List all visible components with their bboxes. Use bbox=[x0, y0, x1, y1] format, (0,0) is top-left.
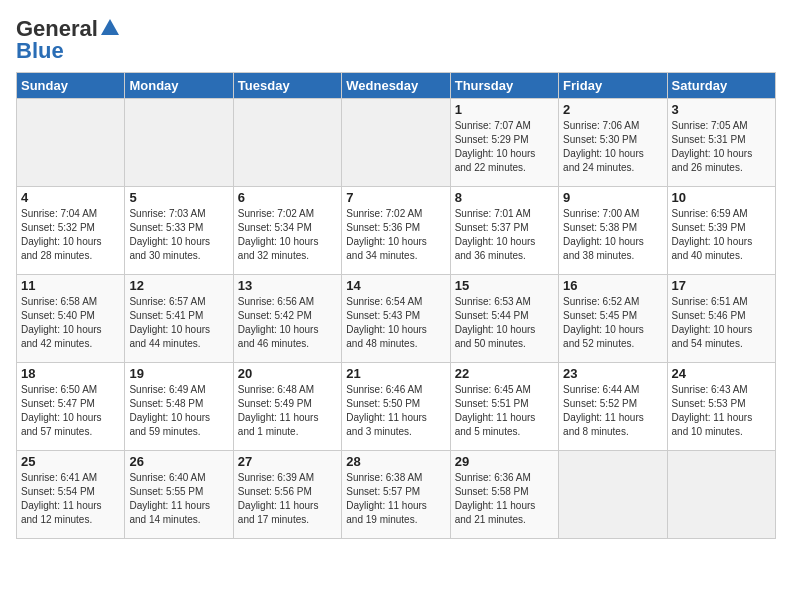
day-info: Sunrise: 6:51 AM Sunset: 5:46 PM Dayligh… bbox=[672, 295, 771, 351]
day-cell: 4Sunrise: 7:04 AM Sunset: 5:32 PM Daylig… bbox=[17, 187, 125, 275]
day-number: 13 bbox=[238, 278, 337, 293]
day-number: 29 bbox=[455, 454, 554, 469]
weekday-header-row: SundayMondayTuesdayWednesdayThursdayFrid… bbox=[17, 73, 776, 99]
day-number: 8 bbox=[455, 190, 554, 205]
day-number: 15 bbox=[455, 278, 554, 293]
day-info: Sunrise: 6:52 AM Sunset: 5:45 PM Dayligh… bbox=[563, 295, 662, 351]
day-cell: 18Sunrise: 6:50 AM Sunset: 5:47 PM Dayli… bbox=[17, 363, 125, 451]
day-cell bbox=[233, 99, 341, 187]
day-cell: 17Sunrise: 6:51 AM Sunset: 5:46 PM Dayli… bbox=[667, 275, 775, 363]
day-cell: 19Sunrise: 6:49 AM Sunset: 5:48 PM Dayli… bbox=[125, 363, 233, 451]
day-number: 5 bbox=[129, 190, 228, 205]
day-number: 10 bbox=[672, 190, 771, 205]
day-cell: 12Sunrise: 6:57 AM Sunset: 5:41 PM Dayli… bbox=[125, 275, 233, 363]
day-cell: 8Sunrise: 7:01 AM Sunset: 5:37 PM Daylig… bbox=[450, 187, 558, 275]
logo: General Blue bbox=[16, 16, 121, 64]
day-cell: 1Sunrise: 7:07 AM Sunset: 5:29 PM Daylig… bbox=[450, 99, 558, 187]
day-cell: 15Sunrise: 6:53 AM Sunset: 5:44 PM Dayli… bbox=[450, 275, 558, 363]
day-number: 16 bbox=[563, 278, 662, 293]
day-cell: 9Sunrise: 7:00 AM Sunset: 5:38 PM Daylig… bbox=[559, 187, 667, 275]
day-cell bbox=[17, 99, 125, 187]
day-info: Sunrise: 6:38 AM Sunset: 5:57 PM Dayligh… bbox=[346, 471, 445, 527]
logo-blue-text: Blue bbox=[16, 38, 64, 64]
day-info: Sunrise: 7:06 AM Sunset: 5:30 PM Dayligh… bbox=[563, 119, 662, 175]
day-cell: 2Sunrise: 7:06 AM Sunset: 5:30 PM Daylig… bbox=[559, 99, 667, 187]
day-info: Sunrise: 7:03 AM Sunset: 5:33 PM Dayligh… bbox=[129, 207, 228, 263]
week-row-4: 18Sunrise: 6:50 AM Sunset: 5:47 PM Dayli… bbox=[17, 363, 776, 451]
day-cell: 22Sunrise: 6:45 AM Sunset: 5:51 PM Dayli… bbox=[450, 363, 558, 451]
day-info: Sunrise: 6:40 AM Sunset: 5:55 PM Dayligh… bbox=[129, 471, 228, 527]
day-number: 20 bbox=[238, 366, 337, 381]
svg-marker-0 bbox=[101, 19, 119, 35]
day-info: Sunrise: 7:02 AM Sunset: 5:36 PM Dayligh… bbox=[346, 207, 445, 263]
weekday-header-wednesday: Wednesday bbox=[342, 73, 450, 99]
day-cell: 5Sunrise: 7:03 AM Sunset: 5:33 PM Daylig… bbox=[125, 187, 233, 275]
day-info: Sunrise: 6:46 AM Sunset: 5:50 PM Dayligh… bbox=[346, 383, 445, 439]
day-info: Sunrise: 7:05 AM Sunset: 5:31 PM Dayligh… bbox=[672, 119, 771, 175]
day-cell: 26Sunrise: 6:40 AM Sunset: 5:55 PM Dayli… bbox=[125, 451, 233, 539]
day-info: Sunrise: 6:48 AM Sunset: 5:49 PM Dayligh… bbox=[238, 383, 337, 439]
day-number: 17 bbox=[672, 278, 771, 293]
day-cell bbox=[559, 451, 667, 539]
day-number: 1 bbox=[455, 102, 554, 117]
calendar-table: SundayMondayTuesdayWednesdayThursdayFrid… bbox=[16, 72, 776, 539]
day-info: Sunrise: 6:39 AM Sunset: 5:56 PM Dayligh… bbox=[238, 471, 337, 527]
day-number: 2 bbox=[563, 102, 662, 117]
day-cell: 3Sunrise: 7:05 AM Sunset: 5:31 PM Daylig… bbox=[667, 99, 775, 187]
day-info: Sunrise: 7:07 AM Sunset: 5:29 PM Dayligh… bbox=[455, 119, 554, 175]
day-number: 7 bbox=[346, 190, 445, 205]
week-row-5: 25Sunrise: 6:41 AM Sunset: 5:54 PM Dayli… bbox=[17, 451, 776, 539]
day-cell: 27Sunrise: 6:39 AM Sunset: 5:56 PM Dayli… bbox=[233, 451, 341, 539]
day-info: Sunrise: 6:59 AM Sunset: 5:39 PM Dayligh… bbox=[672, 207, 771, 263]
day-info: Sunrise: 6:57 AM Sunset: 5:41 PM Dayligh… bbox=[129, 295, 228, 351]
day-number: 4 bbox=[21, 190, 120, 205]
day-cell: 16Sunrise: 6:52 AM Sunset: 5:45 PM Dayli… bbox=[559, 275, 667, 363]
day-info: Sunrise: 6:58 AM Sunset: 5:40 PM Dayligh… bbox=[21, 295, 120, 351]
day-number: 12 bbox=[129, 278, 228, 293]
day-info: Sunrise: 6:56 AM Sunset: 5:42 PM Dayligh… bbox=[238, 295, 337, 351]
day-info: Sunrise: 6:54 AM Sunset: 5:43 PM Dayligh… bbox=[346, 295, 445, 351]
day-cell bbox=[342, 99, 450, 187]
week-row-1: 1Sunrise: 7:07 AM Sunset: 5:29 PM Daylig… bbox=[17, 99, 776, 187]
day-number: 28 bbox=[346, 454, 445, 469]
day-number: 27 bbox=[238, 454, 337, 469]
day-info: Sunrise: 7:04 AM Sunset: 5:32 PM Dayligh… bbox=[21, 207, 120, 263]
day-number: 23 bbox=[563, 366, 662, 381]
day-cell: 7Sunrise: 7:02 AM Sunset: 5:36 PM Daylig… bbox=[342, 187, 450, 275]
day-cell: 23Sunrise: 6:44 AM Sunset: 5:52 PM Dayli… bbox=[559, 363, 667, 451]
week-row-3: 11Sunrise: 6:58 AM Sunset: 5:40 PM Dayli… bbox=[17, 275, 776, 363]
day-info: Sunrise: 6:45 AM Sunset: 5:51 PM Dayligh… bbox=[455, 383, 554, 439]
day-info: Sunrise: 7:01 AM Sunset: 5:37 PM Dayligh… bbox=[455, 207, 554, 263]
day-cell bbox=[667, 451, 775, 539]
day-number: 18 bbox=[21, 366, 120, 381]
weekday-header-friday: Friday bbox=[559, 73, 667, 99]
day-cell: 13Sunrise: 6:56 AM Sunset: 5:42 PM Dayli… bbox=[233, 275, 341, 363]
day-number: 3 bbox=[672, 102, 771, 117]
day-cell: 11Sunrise: 6:58 AM Sunset: 5:40 PM Dayli… bbox=[17, 275, 125, 363]
day-cell: 29Sunrise: 6:36 AM Sunset: 5:58 PM Dayli… bbox=[450, 451, 558, 539]
day-number: 26 bbox=[129, 454, 228, 469]
weekday-header-sunday: Sunday bbox=[17, 73, 125, 99]
day-number: 25 bbox=[21, 454, 120, 469]
day-cell: 6Sunrise: 7:02 AM Sunset: 5:34 PM Daylig… bbox=[233, 187, 341, 275]
day-info: Sunrise: 7:02 AM Sunset: 5:34 PM Dayligh… bbox=[238, 207, 337, 263]
weekday-header-thursday: Thursday bbox=[450, 73, 558, 99]
day-cell: 28Sunrise: 6:38 AM Sunset: 5:57 PM Dayli… bbox=[342, 451, 450, 539]
day-number: 24 bbox=[672, 366, 771, 381]
logo-icon bbox=[99, 17, 121, 39]
day-cell: 21Sunrise: 6:46 AM Sunset: 5:50 PM Dayli… bbox=[342, 363, 450, 451]
day-info: Sunrise: 6:41 AM Sunset: 5:54 PM Dayligh… bbox=[21, 471, 120, 527]
day-cell: 24Sunrise: 6:43 AM Sunset: 5:53 PM Dayli… bbox=[667, 363, 775, 451]
day-info: Sunrise: 7:00 AM Sunset: 5:38 PM Dayligh… bbox=[563, 207, 662, 263]
day-number: 22 bbox=[455, 366, 554, 381]
day-cell: 25Sunrise: 6:41 AM Sunset: 5:54 PM Dayli… bbox=[17, 451, 125, 539]
day-info: Sunrise: 6:49 AM Sunset: 5:48 PM Dayligh… bbox=[129, 383, 228, 439]
week-row-2: 4Sunrise: 7:04 AM Sunset: 5:32 PM Daylig… bbox=[17, 187, 776, 275]
weekday-header-saturday: Saturday bbox=[667, 73, 775, 99]
day-cell: 20Sunrise: 6:48 AM Sunset: 5:49 PM Dayli… bbox=[233, 363, 341, 451]
day-info: Sunrise: 6:53 AM Sunset: 5:44 PM Dayligh… bbox=[455, 295, 554, 351]
day-number: 6 bbox=[238, 190, 337, 205]
day-number: 19 bbox=[129, 366, 228, 381]
day-number: 14 bbox=[346, 278, 445, 293]
day-info: Sunrise: 6:44 AM Sunset: 5:52 PM Dayligh… bbox=[563, 383, 662, 439]
